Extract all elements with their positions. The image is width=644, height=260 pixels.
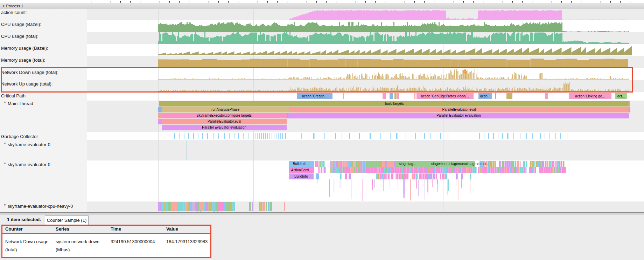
collapse-arrow-icon[interactable]: ▾: [3, 203, 7, 207]
critical-path-block[interactable]: [397, 93, 399, 99]
table-cell: Network Down usage (total): [5, 238, 49, 254]
critical-path-block[interactable]: actio...: [478, 93, 492, 99]
critical-path-block[interactable]: [343, 93, 344, 99]
track-label[interactable]: skyframe-evaluator-0: [8, 162, 50, 168]
track-label[interactable]: Memory usage (total):: [1, 57, 45, 63]
skyframe-span[interactable]: ActionConti...: [289, 167, 314, 173]
column-header[interactable]: Time: [111, 226, 121, 232]
table-header-row: CounterSeriesTimeValue: [1, 225, 211, 234]
skyframe-span-label: stagemanotstagemanotstage.remot...: [431, 161, 489, 167]
main-thread-span[interactable]: skyframeExecutor.configureTargets: [162, 113, 287, 118]
track-label[interactable]: CPU usage (total):: [1, 33, 38, 40]
counter-sample-table: CounterSeriesTimeValue Network Down usag…: [1, 225, 211, 258]
table-cell: system network down (Mbps): [56, 238, 99, 254]
main-thread-span[interactable]: runAnalysisPhase: [162, 107, 289, 112]
critical-path-block[interactable]: [384, 93, 386, 99]
critical-path-block[interactable]: [506, 93, 512, 99]
table-cell: 324190.51300000004: [111, 238, 155, 246]
main-thread-span[interactable]: [158, 119, 162, 124]
track-label[interactable]: Main Thread: [8, 101, 33, 107]
critical-path-block[interactable]: action 'GenObjcProtos video/...: [416, 93, 474, 99]
main-thread-span[interactable]: ParallelEvaluator.eval: [289, 107, 629, 112]
main-thread-span[interactable]: Parallel Evaluator evaluation: [162, 125, 287, 130]
critical-path-block[interactable]: [383, 93, 384, 99]
track-label[interactable]: Network Down usage (total):: [1, 69, 58, 76]
track-label[interactable]: Critical Path: [1, 93, 26, 99]
main-thread-span[interactable]: [629, 101, 630, 107]
main-thread-span[interactable]: ParallelEvaluator.eval: [162, 119, 287, 124]
critical-path-block[interactable]: [495, 93, 496, 99]
collapse-arrow-icon[interactable]: ▾: [3, 101, 7, 104]
critical-path-block[interactable]: [414, 93, 415, 99]
column-header[interactable]: Series: [56, 226, 69, 232]
tab-counter-sample[interactable]: Counter Sample (1): [45, 215, 89, 225]
skyframe-span[interactable]: BuildInfo ...: [289, 161, 314, 167]
selection-status: 1 item selected.: [7, 217, 41, 222]
skyframe-span[interactable]: [316, 173, 319, 179]
process-title: Process 1: [6, 4, 23, 8]
main-thread-span[interactable]: [629, 107, 630, 112]
track-label[interactable]: Garbage Collector: [1, 134, 38, 140]
critical-path-block[interactable]: [390, 93, 393, 99]
track-label[interactable]: Memory usage (Bazel):: [1, 45, 48, 52]
column-header[interactable]: Value: [166, 226, 178, 232]
process-header-bar[interactable]: ▾ Process 1: [0, 3, 644, 9]
main-thread-span[interactable]: Parallel Evaluator evaluation: [288, 113, 629, 118]
collapse-arrow-icon[interactable]: ▾: [3, 4, 5, 8]
trace-viewer: ▾ Process 1 action count:CPU usage (Baze…: [0, 0, 644, 260]
collapse-arrow-icon[interactable]: ▾: [3, 142, 7, 145]
track-label[interactable]: action count:: [1, 9, 27, 16]
track-label-sidebar: action count:CPU usage (Bazel):CPU usage…: [0, 9, 87, 212]
critical-path-block[interactable]: [545, 93, 548, 99]
column-header[interactable]: Counter: [5, 226, 23, 232]
details-panel: 1 item selected. Counter Sample (1) Coun…: [0, 215, 644, 260]
critical-path-block[interactable]: act...: [615, 93, 627, 99]
track-label[interactable]: Network Up usage (total):: [1, 81, 52, 87]
main-thread-span[interactable]: [158, 113, 162, 118]
track-label[interactable]: skyframe-evaluator-0: [8, 142, 50, 148]
track-label[interactable]: skyframe-evaluator-cpu-heavy-0: [8, 203, 73, 210]
time-ruler[interactable]: [0, 0, 644, 3]
skyframe-span[interactable]: [366, 161, 380, 167]
main-thread-span[interactable]: buildTargets: [159, 101, 630, 107]
critical-path-block[interactable]: [394, 93, 397, 99]
skyframe-span-label: stag:stag...: [399, 161, 416, 167]
timeline-area[interactable]: action 'Creatin...action 'GenObjcProtos …: [87, 9, 644, 212]
critical-path-block[interactable]: action 'Linking go...: [569, 93, 611, 99]
panel-divider[interactable]: [0, 212, 644, 215]
main-thread-span[interactable]: [158, 107, 162, 112]
critical-path-block[interactable]: action 'Creatin...: [297, 93, 332, 99]
track-label[interactable]: CPU usage (Bazel):: [1, 21, 41, 28]
collapse-arrow-icon[interactable]: ▾: [3, 162, 7, 165]
skyframe-span[interactable]: BuildInfo: [289, 173, 314, 179]
table-cell: 184.1793113323983: [166, 238, 208, 246]
